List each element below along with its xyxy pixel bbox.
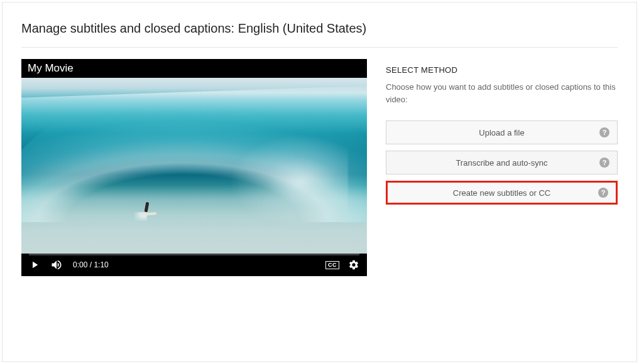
method-column: SELECT METHOD Choose how you want to add… [386, 59, 618, 276]
controls-left: 0:00 / 1:10 [29, 259, 109, 271]
cc-button[interactable]: CC [325, 261, 339, 269]
method-option-upload: Upload a file ? [386, 120, 618, 144]
play-icon [29, 259, 40, 270]
time-sep: / [87, 260, 94, 269]
transcribe-autosync-button[interactable]: Transcribe and auto-sync [386, 151, 617, 174]
page-title: Manage subtitles and closed captions: En… [21, 21, 618, 36]
video-frame[interactable] [21, 78, 367, 254]
wave-graphic [21, 185, 367, 254]
method-option-create: Create new subtitles or CC ? [386, 181, 618, 205]
surfer-graphic [142, 202, 153, 218]
video-player: My Movie [21, 59, 367, 276]
method-buttons: Upload a file ? Transcribe and auto-sync… [386, 120, 618, 205]
method-description: Choose how you want to add subtitles or … [386, 81, 618, 105]
video-column: My Movie [21, 59, 367, 276]
cc-icon: CC [325, 261, 339, 269]
time-current: 0:00 [73, 260, 87, 269]
method-heading: SELECT METHOD [386, 65, 618, 75]
volume-button[interactable] [50, 259, 63, 271]
gear-icon [348, 259, 359, 270]
method-option-transcribe: Transcribe and auto-sync ? [386, 151, 618, 174]
play-button[interactable] [29, 259, 40, 270]
help-icon[interactable]: ? [599, 127, 609, 137]
settings-button[interactable] [348, 259, 359, 270]
help-icon[interactable]: ? [598, 188, 608, 198]
time-total: 1:10 [94, 260, 108, 269]
video-time: 0:00 / 1:10 [73, 260, 109, 269]
upload-file-button[interactable]: Upload a file [386, 121, 617, 144]
controls-right: CC [325, 259, 359, 270]
create-new-subtitles-button[interactable]: Create new subtitles or CC [388, 183, 616, 203]
volume-icon [50, 259, 63, 271]
video-title: My Movie [28, 62, 74, 75]
video-controls: 0:00 / 1:10 CC [21, 254, 367, 276]
divider [21, 47, 618, 48]
progress-bar[interactable] [29, 254, 359, 255]
video-title-bar: My Movie [21, 59, 367, 78]
content-row: My Movie [21, 59, 618, 276]
help-icon[interactable]: ? [599, 158, 609, 168]
subtitles-manage-panel: Manage subtitles and closed captions: En… [2, 2, 637, 362]
